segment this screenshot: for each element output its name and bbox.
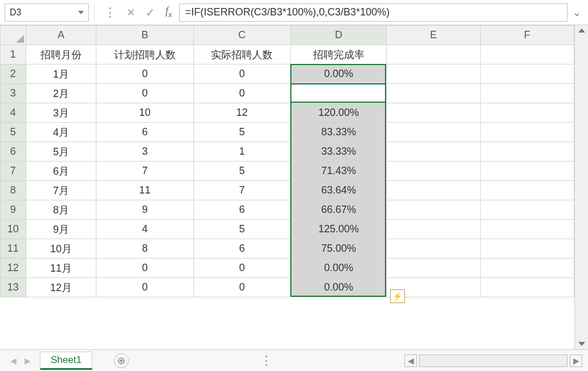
cell-C6[interactable]: 1	[193, 142, 290, 162]
cell-E3[interactable]	[387, 84, 480, 103]
scroll-track[interactable]	[419, 354, 567, 367]
cell-F5[interactable]	[480, 123, 574, 142]
col-header-D[interactable]: D	[291, 26, 387, 45]
cell-A4[interactable]: 3月	[26, 103, 96, 123]
cell-E9[interactable]	[387, 200, 480, 220]
cell-C2[interactable]: 0	[193, 64, 290, 84]
select-all-corner[interactable]	[1, 26, 26, 45]
row-header-13[interactable]: 13	[1, 278, 26, 297]
cell-F1[interactable]	[480, 45, 574, 64]
row-header-8[interactable]: 8	[1, 181, 26, 200]
cell-F6[interactable]	[480, 142, 574, 162]
tab-prev-icon[interactable]: ◀	[10, 356, 17, 365]
cell-D4[interactable]: 120.00%	[291, 103, 387, 123]
cell-F7[interactable]	[480, 162, 574, 181]
cell-D11[interactable]: 75.00%	[291, 239, 387, 259]
cell-C8[interactable]: 7	[193, 181, 290, 200]
cell-A5[interactable]: 4月	[26, 123, 96, 142]
cell-B5[interactable]: 6	[96, 123, 193, 142]
formula-expand-icon[interactable]: ⌄	[570, 6, 583, 19]
cell-B9[interactable]: 9	[96, 200, 193, 220]
cell-B8[interactable]: 11	[96, 181, 193, 200]
name-box-dropdown-icon[interactable]	[78, 11, 84, 14]
cell-F10[interactable]	[480, 220, 574, 239]
cell-F4[interactable]	[480, 103, 574, 123]
cell-D13[interactable]: 0.00%	[291, 278, 387, 297]
cell-B7[interactable]: 7	[96, 162, 193, 181]
cell-C1[interactable]: 实际招聘人数	[193, 45, 290, 64]
cell-A12[interactable]: 11月	[26, 259, 96, 278]
scroll-down-icon[interactable]	[578, 342, 585, 346]
tab-next-icon[interactable]: ▶	[25, 356, 31, 365]
row-header-2[interactable]: 2	[1, 64, 26, 84]
cell-F9[interactable]	[480, 200, 574, 220]
cell-C5[interactable]: 5	[193, 123, 290, 142]
cell-A2[interactable]: 1月	[26, 64, 96, 84]
cell-C3[interactable]: 0	[193, 84, 290, 103]
cell-D5[interactable]: 83.33%	[291, 123, 387, 142]
cell-F3[interactable]	[480, 84, 574, 103]
cell-D3[interactable]: 0.00%	[291, 84, 387, 103]
row-header-10[interactable]: 10	[1, 220, 26, 239]
cell-C11[interactable]: 6	[193, 239, 290, 259]
cell-D8[interactable]: 63.64%	[291, 181, 387, 200]
cell-A8[interactable]: 7月	[26, 181, 96, 200]
cell-A7[interactable]: 6月	[26, 162, 96, 181]
cell-B13[interactable]: 0	[96, 278, 193, 297]
cell-D10[interactable]: 125.00%	[291, 220, 387, 239]
cell-D2[interactable]: 0.00%	[291, 64, 387, 84]
col-header-B[interactable]: B	[96, 26, 193, 45]
cell-F2[interactable]	[480, 64, 574, 84]
cell-B10[interactable]: 4	[96, 220, 193, 239]
autofill-options-icon[interactable]: ⚡	[390, 289, 405, 303]
scroll-left-icon[interactable]: ◀	[404, 354, 417, 367]
cell-E10[interactable]	[387, 220, 480, 239]
vertical-scrollbar[interactable]	[574, 25, 588, 349]
cell-E7[interactable]	[387, 162, 480, 181]
cell-D1[interactable]: 招聘完成率	[291, 45, 387, 64]
row-header-3[interactable]: 3	[1, 84, 26, 103]
cell-C13[interactable]: 0	[193, 278, 290, 297]
cell-C7[interactable]: 5	[193, 162, 290, 181]
cell-C4[interactable]: 12	[193, 103, 290, 123]
cell-E4[interactable]	[387, 103, 480, 123]
row-header-9[interactable]: 9	[1, 200, 26, 220]
row-header-4[interactable]: 4	[1, 103, 26, 123]
cell-E8[interactable]	[387, 181, 480, 200]
cell-F12[interactable]	[480, 259, 574, 278]
cell-F13[interactable]	[480, 278, 574, 297]
row-header-11[interactable]: 11	[1, 239, 26, 259]
scroll-right-icon[interactable]: ▶	[570, 354, 582, 367]
cell-E1[interactable]	[387, 45, 480, 64]
col-header-F[interactable]: F	[480, 26, 574, 45]
cell-A9[interactable]: 8月	[26, 200, 96, 220]
cell-E11[interactable]	[387, 239, 480, 259]
horizontal-scrollbar[interactable]: ◀ ▶	[404, 354, 582, 367]
cell-B4[interactable]: 10	[96, 103, 193, 123]
cell-B6[interactable]: 3	[96, 142, 193, 162]
row-header-12[interactable]: 12	[1, 259, 26, 278]
cell-D6[interactable]: 33.33%	[291, 142, 387, 162]
col-header-A[interactable]: A	[26, 26, 96, 45]
cell-C12[interactable]: 0	[193, 259, 290, 278]
tab-nav[interactable]: ◀ ▶	[6, 356, 35, 365]
sheet-tab-1[interactable]: Sheet1	[40, 352, 92, 370]
cell-D9[interactable]: 66.67%	[291, 200, 387, 220]
cell-E12[interactable]	[387, 259, 480, 278]
cell-B11[interactable]: 8	[96, 239, 193, 259]
cell-C9[interactable]: 6	[193, 200, 290, 220]
cell-F8[interactable]	[480, 181, 574, 200]
name-box[interactable]: D3	[5, 3, 89, 22]
cell-D12[interactable]: 0.00%	[291, 259, 387, 278]
cell-A11[interactable]: 10月	[26, 239, 96, 259]
cell-F11[interactable]	[480, 239, 574, 259]
cell-B1[interactable]: 计划招聘人数	[96, 45, 193, 64]
cell-E2[interactable]	[387, 64, 480, 84]
cell-A3[interactable]: 2月	[26, 84, 96, 103]
formula-input[interactable]: =IF(ISERROR(C3/B3*100%),0,C3/B3*100%)	[179, 3, 567, 22]
row-header-7[interactable]: 7	[1, 162, 26, 181]
col-header-E[interactable]: E	[387, 26, 480, 45]
spreadsheet-grid[interactable]: A B C D E F 1招聘月份计划招聘人数实际招聘人数招聘完成率21月000…	[0, 25, 574, 297]
cell-A10[interactable]: 9月	[26, 220, 96, 239]
row-header-6[interactable]: 6	[1, 142, 26, 162]
